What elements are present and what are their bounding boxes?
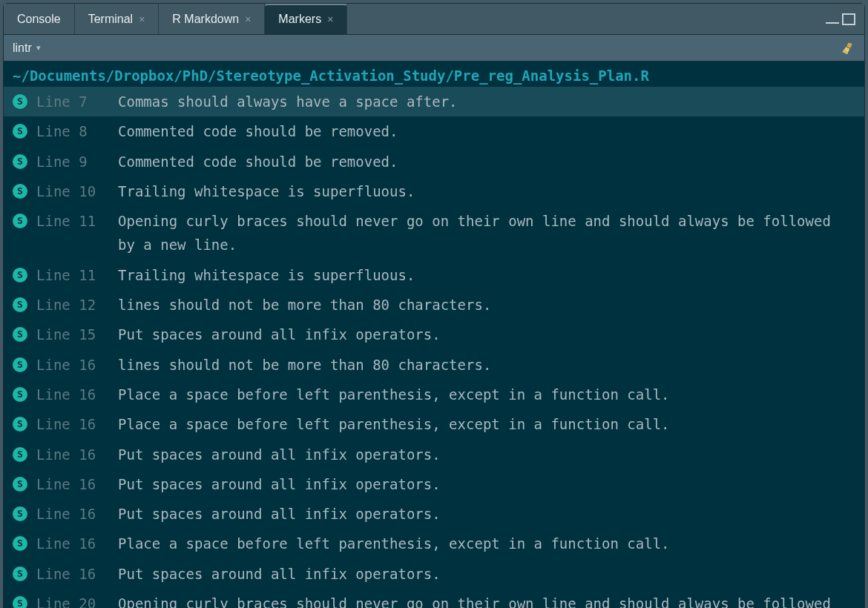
close-icon[interactable]: × — [245, 13, 251, 25]
marker-row[interactable]: SLine 16Put spaces around all infix oper… — [4, 559, 864, 589]
style-badge-icon: S — [13, 506, 27, 521]
line-label: Line 11 — [36, 263, 111, 287]
marker-message: Put spaces around all infix operators. — [118, 443, 441, 466]
line-label: Line 16 — [36, 383, 111, 406]
marker-message: Place a space before left parenthesis, e… — [118, 383, 670, 406]
marker-message: Opening curly braces should never go on … — [118, 209, 855, 257]
style-badge-icon: S — [13, 536, 27, 551]
close-icon[interactable]: × — [139, 13, 145, 25]
tab-label: Terminal — [88, 13, 133, 26]
marker-message: Put spaces around all infix operators. — [118, 562, 441, 586]
marker-row[interactable]: SLine 11Opening curly braces should neve… — [4, 206, 864, 260]
style-badge-icon: S — [13, 214, 27, 228]
line-label: Line 16 — [36, 353, 111, 377]
style-badge-icon: S — [13, 477, 27, 492]
line-label: Line 16 — [36, 412, 111, 436]
tab-rmarkdown[interactable]: R Markdown × — [159, 4, 265, 34]
tab-label: Console — [17, 13, 61, 26]
style-badge-icon: S — [13, 387, 27, 402]
tab-label: Markers — [278, 13, 321, 26]
line-label: Line 12 — [36, 293, 111, 317]
marker-row[interactable]: SLine 10Trailing whitespace is superfluo… — [4, 176, 864, 206]
marker-message: Place a space before left parenthesis, e… — [118, 412, 670, 436]
file-path: ~/Documents/Dropbox/PhD/Stereotype_Activ… — [4, 62, 864, 87]
tab-console[interactable]: Console — [4, 4, 75, 34]
marker-message: Opening curly braces should never go on … — [118, 592, 855, 608]
style-badge-icon: S — [13, 327, 27, 342]
chevron-down-icon: ▾ — [36, 43, 41, 53]
close-icon[interactable]: × — [327, 13, 333, 25]
marker-message: lines should not be more than 80 charact… — [118, 293, 491, 317]
style-badge-icon: S — [13, 268, 27, 282]
style-badge-icon: S — [13, 94, 27, 109]
style-badge-icon: S — [13, 154, 27, 169]
line-label: Line 16 — [36, 532, 111, 555]
style-badge-icon: S — [13, 417, 27, 432]
tab-label: R Markdown — [172, 13, 239, 26]
line-label: Line 16 — [36, 502, 111, 526]
marker-row[interactable]: SLine 9Commented code should be removed. — [4, 147, 864, 176]
line-label: Line 7 — [36, 90, 111, 113]
marker-message: Trailing whitespace is superfluous. — [118, 263, 415, 287]
marker-row[interactable]: SLine 8Commented code should be removed. — [4, 116, 864, 146]
line-label: Line 15 — [36, 323, 111, 346]
marker-message: Put spaces around all infix operators. — [118, 472, 441, 496]
marker-row[interactable]: SLine 16Place a space before left parent… — [4, 409, 864, 439]
tab-markers[interactable]: Markers × — [265, 4, 347, 34]
markers-panel: Console Terminal × R Markdown × Markers … — [3, 3, 865, 608]
marker-row[interactable]: SLine 16Put spaces around all infix oper… — [4, 440, 864, 469]
line-label: Line 16 — [36, 562, 111, 586]
toolbar: lintr ▾ — [4, 35, 864, 62]
markers-content: ~/Documents/Dropbox/PhD/Stereotype_Activ… — [4, 62, 864, 608]
window-controls — [826, 13, 864, 25]
marker-row[interactable]: SLine 16Put spaces around all infix oper… — [4, 499, 864, 529]
marker-message: Put spaces around all infix operators. — [118, 323, 441, 346]
marker-list: SLine 7Commas should always have a space… — [4, 87, 864, 608]
line-label: Line 10 — [36, 179, 111, 203]
style-badge-icon: S — [13, 357, 27, 372]
source-dropdown[interactable]: lintr ▾ — [13, 42, 41, 55]
line-label: Line 11 — [36, 209, 111, 233]
marker-row[interactable]: SLine 15Put spaces around all infix oper… — [4, 320, 864, 349]
style-badge-icon: S — [13, 566, 27, 581]
marker-row[interactable]: SLine 7Commas should always have a space… — [4, 87, 864, 116]
tab-terminal[interactable]: Terminal × — [75, 4, 160, 34]
marker-row[interactable]: SLine 20Opening curly braces should neve… — [4, 589, 864, 608]
marker-row[interactable]: SLine 16Place a space before left parent… — [4, 529, 864, 558]
line-label: Line 8 — [36, 119, 111, 143]
marker-message: Place a space before left parenthesis, e… — [118, 532, 670, 555]
style-badge-icon: S — [13, 184, 27, 199]
marker-message: Put spaces around all infix operators. — [118, 502, 441, 526]
marker-message: Trailing whitespace is superfluous. — [118, 179, 415, 203]
style-badge-icon: S — [13, 297, 27, 312]
maximize-icon[interactable] — [842, 13, 855, 25]
marker-message: lines should not be more than 80 charact… — [118, 353, 491, 377]
marker-message: Commented code should be removed. — [118, 119, 398, 143]
style-badge-icon: S — [13, 447, 27, 462]
style-badge-icon: S — [13, 124, 27, 139]
marker-row[interactable]: SLine 16Put spaces around all infix oper… — [4, 469, 864, 499]
marker-message: Commented code should be removed. — [118, 150, 398, 174]
marker-row[interactable]: SLine 12lines should not be more than 80… — [4, 290, 864, 320]
line-label: Line 20 — [36, 592, 111, 608]
marker-row[interactable]: SLine 11Trailing whitespace is superfluo… — [4, 260, 864, 290]
marker-row[interactable]: SLine 16lines should not be more than 80… — [4, 350, 864, 380]
marker-message: Commas should always have a space after. — [118, 90, 458, 113]
line-label: Line 16 — [36, 472, 111, 496]
dropdown-label: lintr — [13, 42, 32, 55]
minimize-icon[interactable] — [826, 19, 839, 24]
line-label: Line 16 — [36, 443, 111, 466]
marker-row[interactable]: SLine 16Place a space before left parent… — [4, 380, 864, 409]
clear-icon[interactable] — [839, 40, 855, 56]
tab-bar: Console Terminal × R Markdown × Markers … — [4, 4, 864, 35]
line-label: Line 9 — [36, 150, 111, 174]
style-badge-icon: S — [13, 596, 27, 608]
